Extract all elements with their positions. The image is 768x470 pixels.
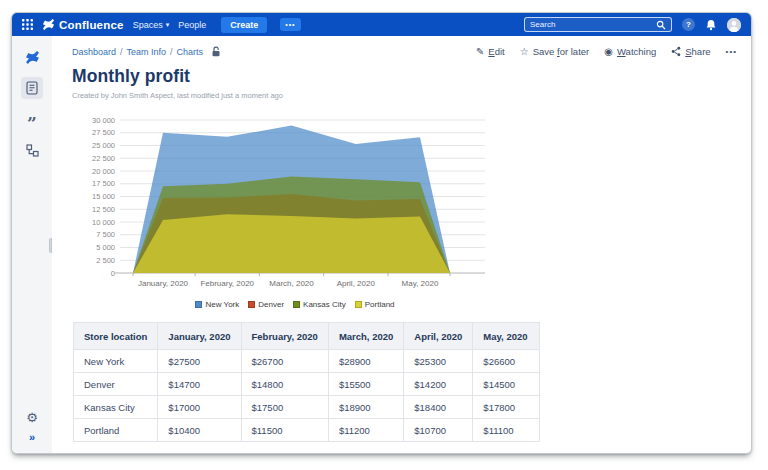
- confluence-window: Confluence Spaces ▾ People Create •••: [11, 12, 752, 454]
- area-chart-canvas: 02 5005 0007 50010 00012 50015 00017 500…: [75, 108, 515, 293]
- sidebar-item-pages[interactable]: [21, 77, 43, 99]
- space-settings-icon[interactable]: ⚙: [26, 411, 38, 424]
- col-march: March, 2020: [328, 323, 403, 350]
- x-axis-label: February, 2020: [200, 279, 254, 288]
- sidebar-item-blog[interactable]: ”: [21, 108, 43, 130]
- unrestricted-lock-icon[interactable]: [211, 46, 221, 57]
- edit-button[interactable]: ✎ Edit: [476, 46, 505, 57]
- notifications-icon[interactable]: [705, 19, 717, 31]
- legend-swatch: [195, 301, 202, 308]
- watching-button[interactable]: ◉ Watching: [604, 46, 656, 57]
- tree-icon: [26, 144, 39, 157]
- y-axis-label: 15 000: [92, 192, 115, 201]
- col-store-location: Store location: [74, 323, 158, 350]
- page-content: Dashboard / Team Info / Charts ✎: [52, 36, 751, 453]
- col-february: February, 2020: [241, 323, 328, 350]
- y-axis-label: 10 000: [92, 218, 115, 227]
- share-button[interactable]: Share: [671, 46, 710, 57]
- y-axis-label: 0: [111, 269, 115, 278]
- y-axis-label: 25 000: [92, 141, 115, 150]
- y-axis-label: 7 500: [96, 230, 115, 239]
- help-icon[interactable]: ?: [682, 18, 695, 31]
- legend-item: Denver: [248, 300, 284, 309]
- x-axis-label: April, 2020: [337, 279, 376, 288]
- space-sidebar: ” ⚙ »: [12, 36, 52, 453]
- y-axis-label: 20 000: [92, 167, 115, 176]
- search-icon: [656, 20, 666, 30]
- y-axis-label: 2 500: [96, 256, 115, 265]
- app-switcher-icon[interactable]: [22, 19, 33, 30]
- page-actions: ✎ Edit ☆ Save for later ◉ Watching: [476, 46, 737, 57]
- product-name: Confluence: [59, 19, 124, 31]
- area-series-portland: [133, 214, 450, 273]
- page-icon: [26, 81, 38, 95]
- chevron-down-icon: ▾: [166, 21, 170, 29]
- legend-label: New York: [205, 300, 239, 309]
- col-april: April, 2020: [404, 323, 473, 350]
- legend-label: Kansas City: [303, 300, 346, 309]
- y-axis-label: 30 000: [92, 116, 115, 125]
- legend-swatch: [355, 301, 362, 308]
- y-axis-label: 12 500: [92, 205, 115, 214]
- page-more-button[interactable]: •••: [726, 47, 737, 56]
- legend-label: Denver: [258, 300, 284, 309]
- legend-swatch: [248, 301, 255, 308]
- confluence-logo[interactable]: Confluence: [42, 18, 124, 31]
- share-icon: [671, 46, 681, 57]
- page-byline: Created by John Smith Aspect, last modif…: [72, 91, 737, 100]
- search-input[interactable]: [530, 20, 656, 29]
- table-row: Kansas City $17000 $17500 $18900 $18400 …: [74, 396, 540, 419]
- sidebar-item-space-tree[interactable]: [21, 139, 43, 161]
- table-row: Denver $14700 $14800 $15500 $14200 $1450…: [74, 373, 540, 396]
- breadcrumb-team-info[interactable]: Team Info: [127, 47, 167, 57]
- y-axis-label: 22 500: [92, 154, 115, 163]
- profit-table: Store location January, 2020 February, 2…: [73, 322, 540, 442]
- chart-legend: New YorkDenverKansas CityPortland: [75, 300, 515, 309]
- nav-spaces[interactable]: Spaces ▾: [133, 20, 170, 30]
- x-axis-label: March, 2020: [269, 279, 314, 288]
- quote-icon: ”: [27, 110, 37, 128]
- breadcrumb: Dashboard / Team Info / Charts: [72, 46, 221, 57]
- star-icon: ☆: [520, 47, 529, 57]
- save-for-later-button[interactable]: ☆ Save for later: [520, 46, 589, 57]
- user-avatar[interactable]: [727, 18, 741, 32]
- space-logo-icon[interactable]: [21, 46, 43, 68]
- expand-sidebar-icon[interactable]: »: [29, 432, 35, 443]
- table-row: New York $27500 $26700 $28900 $25300 $26…: [74, 350, 540, 373]
- eye-icon: ◉: [604, 47, 613, 57]
- table-header-row: Store location January, 2020 February, 2…: [74, 323, 540, 350]
- page-title: Monthly profit: [72, 66, 737, 87]
- y-axis-label: 17 500: [92, 179, 115, 188]
- col-may: May, 2020: [473, 323, 540, 350]
- col-january: January, 2020: [158, 323, 241, 350]
- nav-people[interactable]: People: [178, 20, 206, 30]
- pencil-icon: ✎: [476, 47, 484, 57]
- legend-item: Portland: [355, 300, 395, 309]
- breadcrumb-charts[interactable]: Charts: [177, 47, 204, 57]
- x-axis-label: May, 2020: [402, 279, 439, 288]
- create-button[interactable]: Create: [221, 17, 267, 33]
- top-nav: Confluence Spaces ▾ People Create •••: [12, 13, 751, 36]
- y-axis-label: 27 500: [92, 128, 115, 137]
- legend-item: New York: [195, 300, 239, 309]
- monthly-profit-chart: 02 5005 0007 50010 00012 50015 00017 500…: [75, 108, 515, 309]
- confluence-mark-icon: [42, 18, 55, 31]
- legend-item: Kansas City: [293, 300, 346, 309]
- legend-label: Portland: [365, 300, 395, 309]
- legend-swatch: [293, 301, 300, 308]
- breadcrumb-dashboard[interactable]: Dashboard: [72, 47, 116, 57]
- table-row: Portland $10400 $11500 $11200 $10700 $11…: [74, 419, 540, 442]
- x-axis-label: January, 2020: [138, 279, 189, 288]
- y-axis-label: 5 000: [96, 243, 115, 252]
- search-box[interactable]: [524, 17, 672, 32]
- nav-more-button[interactable]: •••: [280, 18, 300, 31]
